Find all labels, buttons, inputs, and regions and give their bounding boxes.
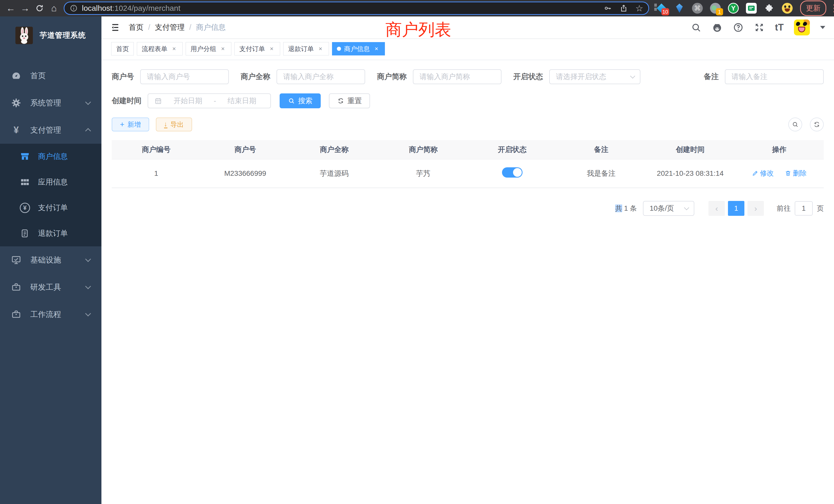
font-size-icon[interactable]: tT <box>775 22 784 33</box>
extension-kite-icon[interactable] <box>674 3 685 14</box>
page-content: 商户号 商户全称 商户简称 开启状态 请选择开启状态 备注 <box>102 60 834 504</box>
col-full-name: 商户全称 <box>290 140 379 159</box>
tab-merchant-info[interactable]: 商户信息 <box>332 42 385 55</box>
merchant-no-input[interactable] <box>140 69 229 84</box>
user-avatar[interactable] <box>794 20 810 36</box>
sidebar-item-home[interactable]: 首页 <box>0 62 102 89</box>
logo-row[interactable]: 芋道管理系统 <box>0 17 102 52</box>
sidebar-item-infra[interactable]: 基础设施 <box>0 246 102 274</box>
grid-icon <box>19 176 31 188</box>
cell-merchant-id: 1 <box>112 159 201 188</box>
address-bar[interactable]: localhost:1024/pay/merchant ☆ <box>64 2 649 15</box>
fullscreen-icon[interactable] <box>754 22 765 33</box>
browser-home-icon[interactable]: ⌂ <box>47 1 61 16</box>
sidebar-item-app-info[interactable]: 应用信息 <box>0 169 102 195</box>
goto-unit-label: 页 <box>817 204 824 213</box>
export-button[interactable]: 导出 <box>156 117 192 131</box>
tab-user-group[interactable]: 用户分组 <box>185 42 232 55</box>
page-number-button[interactable]: 1 <box>728 201 744 216</box>
chrome-update-button[interactable]: 更新 <box>800 1 826 16</box>
url-text[interactable]: localhost:1024/pay/merchant <box>82 4 604 13</box>
extension-command-icon[interactable]: ⌘ <box>692 3 703 14</box>
share-icon[interactable] <box>620 4 628 12</box>
password-key-icon[interactable] <box>604 4 612 12</box>
sidebar-item-label: 商户信息 <box>38 152 68 162</box>
breadcrumb-pay[interactable]: 支付管理 <box>155 22 184 32</box>
sidebar-item-system[interactable]: 系统管理 <box>0 89 102 116</box>
next-page-button[interactable]: › <box>747 201 764 216</box>
bookmark-star-icon[interactable]: ☆ <box>636 3 643 13</box>
status-toggle[interactable] <box>502 167 523 178</box>
sidebar-item-merchant-info[interactable]: 商户信息 <box>0 144 102 169</box>
dashboard-icon <box>10 70 22 82</box>
close-icon[interactable] <box>317 45 324 52</box>
trash-icon <box>785 170 791 177</box>
sidebar-item-refund-order[interactable]: 退款订单 <box>0 221 102 246</box>
github-icon[interactable] <box>712 22 723 33</box>
add-button[interactable]: 新增 <box>112 117 149 131</box>
cell-merchant-no: M233666999 <box>201 159 290 188</box>
sidebar-item-label: 支付管理 <box>30 125 61 136</box>
sidebar-item-dev-tools[interactable]: 研发工具 <box>0 274 102 301</box>
refresh-table-button[interactable] <box>810 117 824 131</box>
sidebar-item-label: 退款订单 <box>38 228 68 239</box>
date-range-picker[interactable]: 开始日期 - 结束日期 <box>148 93 271 108</box>
browser-back-icon[interactable]: ← <box>4 1 18 16</box>
table-row: 1 M233666999 芋道源码 芋艿 我是备注 2021-10-23 08:… <box>112 159 824 188</box>
extension-y-icon[interactable]: Y <box>728 3 739 14</box>
sidebar-item-pay-order[interactable]: ¥ 支付订单 <box>0 195 102 221</box>
extensions-puzzle-icon[interactable] <box>764 3 775 14</box>
help-icon[interactable] <box>733 22 744 33</box>
sidebar-item-pay[interactable]: ¥ 支付管理 <box>0 116 102 144</box>
plus-icon <box>120 120 125 129</box>
delete-link[interactable]: 删除 <box>785 168 807 178</box>
close-icon[interactable] <box>219 45 226 52</box>
extension-badge: 10 <box>661 8 669 16</box>
remark-input[interactable] <box>725 69 824 84</box>
breadcrumb-current: 商户信息 <box>196 22 226 32</box>
edit-link[interactable]: 修改 <box>752 168 774 178</box>
tab-home[interactable]: 首页 <box>111 42 134 55</box>
breadcrumb-home[interactable]: 首页 <box>129 22 144 32</box>
close-icon[interactable] <box>373 45 380 52</box>
prev-page-button[interactable]: ‹ <box>708 201 725 216</box>
toggle-search-button[interactable] <box>788 117 802 131</box>
short-name-input[interactable] <box>413 69 502 84</box>
extension-recorder-icon[interactable]: 1 <box>710 3 721 14</box>
search-icon[interactable] <box>691 22 702 33</box>
chevron-down-icon <box>85 99 91 105</box>
avatar-caret-icon[interactable] <box>820 26 825 29</box>
goto-page-input[interactable] <box>795 201 813 215</box>
goto-label: 前往 <box>777 204 791 213</box>
tab-refund-order[interactable]: 退款订单 <box>283 42 329 55</box>
reset-button[interactable]: 重置 <box>329 93 370 108</box>
status-select[interactable]: 请选择开启状态 <box>549 69 640 84</box>
url-host: localhost <box>82 4 112 12</box>
sidebar-item-label: 基础设施 <box>30 255 61 265</box>
tab-label: 退款订单 <box>288 45 314 53</box>
chevron-down-icon <box>85 256 91 262</box>
browser-menu-icon[interactable] <box>832 3 834 14</box>
search-button[interactable]: 搜索 <box>280 93 321 108</box>
browser-forward-icon[interactable]: → <box>18 1 32 16</box>
profile-avatar-icon[interactable] <box>782 3 793 14</box>
col-merchant-id: 商户编号 <box>112 140 201 159</box>
refresh-icon <box>813 121 820 128</box>
close-icon[interactable] <box>268 45 275 52</box>
browser-reload-icon[interactable] <box>32 1 47 16</box>
full-name-input[interactable] <box>277 69 365 84</box>
chevron-down-icon <box>85 283 91 289</box>
extension-diamond-icon[interactable]: 10 <box>656 3 667 14</box>
extension-chat-icon[interactable] <box>746 3 757 14</box>
sidebar-item-workflow[interactable]: 工作流程 <box>0 301 102 328</box>
sidebar-collapse-icon[interactable] <box>110 22 120 32</box>
close-icon[interactable] <box>171 45 178 52</box>
site-info-icon[interactable] <box>70 4 78 12</box>
tab-pay-order[interactable]: 支付订单 <box>235 42 280 55</box>
page-title-annotation: 商户列表 <box>386 19 451 41</box>
page-size-select[interactable]: 10条/页 <box>643 201 694 216</box>
browser-toolbar: ← → ⌂ localhost:1024/pay/merchant ☆ 10 ⌘… <box>0 0 834 17</box>
tab-process-form[interactable]: 流程表单 <box>137 42 182 55</box>
app-header: 首页 / 支付管理 / 商户信息 商户列表 tT <box>102 17 834 39</box>
briefcase-icon <box>10 281 22 293</box>
